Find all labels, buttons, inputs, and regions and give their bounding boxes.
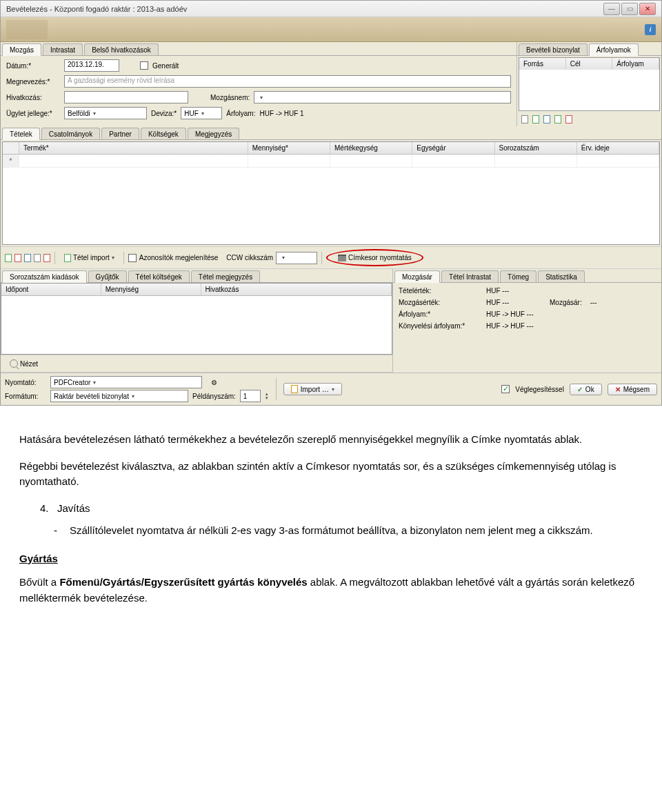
import-button[interactable]: Import … ▾	[283, 383, 342, 395]
spinner-icon[interactable]: ▲▼	[265, 392, 269, 400]
generalt-label: Generált	[152, 62, 179, 70]
page-icon[interactable]	[521, 115, 528, 123]
tab-tetel-intrastat[interactable]: Tétel Intrastat	[441, 270, 499, 282]
col-egysegar[interactable]: Egységár	[412, 142, 494, 154]
col-arfolyam: Árfolyam	[612, 58, 659, 70]
konyvelesi-label: Könyvelési árfolyam:*	[399, 322, 478, 330]
sorozatszam-grid: Időpont Mennyiség Hivatkozás	[1, 283, 392, 355]
doc-heading-gyartas: Gyártás	[19, 551, 643, 567]
page-add-icon[interactable]	[532, 115, 539, 123]
col-ervideje[interactable]: Érv. ideje	[577, 142, 659, 154]
cimkesor-nyomtatas-button[interactable]: Címkesor nyomtatás	[333, 252, 417, 264]
nezet-toolbar: Nézet	[1, 355, 392, 373]
mozgasnem-select[interactable]: ▾	[254, 91, 511, 103]
ccw-cikkszam-select[interactable]: ▾	[276, 252, 317, 264]
megnevezes-label: Megnevezés:*	[6, 78, 60, 86]
grid-new-row[interactable]: *	[3, 155, 659, 168]
mozgasertek-value: HUF ---	[486, 299, 541, 306]
tab-beveteli-bizonylat[interactable]: Bevételi bizonylat	[519, 43, 588, 55]
page-delete-icon[interactable]	[565, 115, 572, 123]
tab-mozgasar[interactable]: Mozgásár	[394, 270, 440, 283]
deviza-select[interactable]: HUF▾	[181, 107, 222, 119]
ccw-cikkszam-label: CCW cikkszám	[226, 254, 273, 261]
col-mennyiseg2[interactable]: Mennyiség	[101, 284, 201, 295]
tab-arfolyamok[interactable]: Árfolyamok	[589, 43, 639, 56]
mozgasertek-label: Mozgásérték:	[399, 299, 478, 306]
datum-input[interactable]: 2013.12.19.	[64, 59, 119, 72]
page-refresh-icon[interactable]	[543, 115, 550, 123]
tab-partner[interactable]: Partner	[101, 128, 139, 139]
import-icon	[64, 254, 71, 262]
doc-bullet-item: - Szállítólevelet nyomtatva ár nélküli 2…	[54, 523, 643, 539]
exrate-toolbar	[517, 112, 661, 126]
tab-tetel-koltsegek[interactable]: Tétel költségek	[128, 270, 190, 282]
document-body: Hatására bevételezésen látható termékekh…	[0, 419, 662, 644]
col-forras: Forrás	[519, 58, 566, 70]
peldanyszam-input[interactable]: 1	[240, 390, 261, 402]
edit-icon[interactable]	[14, 254, 21, 262]
col-mertekegys[interactable]: Mértékegység	[330, 142, 412, 154]
mozgasar-label: Mozgásár:	[550, 299, 582, 306]
add-icon[interactable]	[5, 254, 12, 262]
doc-paragraph-2: Régebbi bevételezést kiválasztva, az abl…	[19, 459, 643, 490]
hivatkozas-input[interactable]	[64, 91, 188, 103]
doc-numbered-item: 4. Javítás	[40, 501, 643, 517]
bottom-left-tabs: Sorozatszám kiadások Gyűjtők Tétel költs…	[1, 269, 392, 283]
ugylet-select[interactable]: Belföldi▾	[64, 107, 147, 119]
tab-tetelek[interactable]: Tételek	[2, 128, 40, 140]
tab-koltsegek[interactable]: Költségek	[141, 128, 186, 139]
top-tabs-left: Mozgás Intrastat Belső hivatkozások	[1, 42, 516, 56]
megnevezes-input[interactable]: A gazdasági esemény rövid leírása	[64, 75, 511, 88]
tetelek-grid: Termék* Mennyiség* Mértékegység Egységár…	[2, 141, 660, 245]
close-button[interactable]: ✕	[639, 3, 656, 15]
ok-button[interactable]: ✓Ok	[570, 384, 602, 395]
ugylet-label: Ügylet jellege:*	[6, 110, 60, 117]
app-window: Bevételezés - Központi fogadó raktár : 2…	[0, 0, 662, 406]
tab-sorozatszam-kiadasok[interactable]: Sorozatszám kiadások	[2, 270, 87, 283]
tab-statisztika[interactable]: Statisztika	[538, 270, 585, 282]
tab-megjegyzes[interactable]: Megjegyzés	[188, 128, 239, 139]
print-icon	[338, 255, 346, 261]
nyomtato-label: Nyomtató:	[5, 379, 46, 386]
azonositok-checkbox[interactable]	[128, 254, 137, 262]
veglegesites-checkbox[interactable]: ✓	[501, 385, 510, 393]
peldanyszam-label: Példányszám:	[192, 393, 236, 400]
arfolyam-text: HUF -> HUF 1	[259, 110, 303, 117]
check-icon: ✓	[577, 386, 583, 393]
tab-csatolmanyok[interactable]: Csatolmányok	[41, 128, 100, 139]
maximize-button[interactable]: ▭	[621, 3, 638, 15]
tab-belso-hivatkozasok[interactable]: Belső hivatkozások	[84, 43, 159, 55]
grid-corner	[3, 142, 19, 154]
col-sorozatszam[interactable]: Sorozatszám	[495, 142, 577, 154]
arfolyam-label: Árfolyam:	[226, 110, 255, 117]
delete-icon[interactable]	[43, 254, 50, 262]
tetel-import-button[interactable]: Tétel import ▾	[59, 252, 119, 264]
nyomtato-select[interactable]: PDFCreator▾	[50, 376, 202, 388]
copy-icon[interactable]	[34, 254, 41, 262]
tab-intrastat[interactable]: Intrastat	[43, 43, 83, 55]
cross-icon: ✕	[615, 386, 621, 393]
tab-tetel-megjegyzes[interactable]: Tétel megjegyzés	[191, 270, 260, 282]
printer-settings-button[interactable]: ⚙	[206, 377, 222, 388]
refresh-icon[interactable]	[24, 254, 31, 262]
minimize-button[interactable]: —	[603, 3, 620, 15]
tab-tomeg[interactable]: Tömeg	[500, 270, 536, 282]
info-icon[interactable]: i	[645, 24, 656, 35]
tab-mozgas[interactable]: Mozgás	[2, 43, 41, 56]
col-mennyiseg[interactable]: Mennyiség*	[248, 142, 330, 154]
page-new-icon[interactable]	[554, 115, 561, 123]
highlighted-cimkesor-button: Címkesor nyomtatás	[326, 249, 423, 266]
col-termek[interactable]: Termék*	[19, 142, 248, 154]
top-tabs-right: Bevételi bizonylat Árfolyamok	[517, 42, 661, 56]
ribbon-bar: i	[1, 17, 661, 42]
formatum-select[interactable]: Raktár bevételi bizonylat▾	[50, 390, 188, 402]
veglegesites-label: Véglegesítéssel	[515, 386, 564, 393]
gear-icon: ⚙	[211, 379, 217, 386]
col-idopont[interactable]: Időpont	[1, 284, 101, 295]
col-hivatkozas2[interactable]: Hivatkozás	[201, 284, 392, 295]
tab-gyujtok[interactable]: Gyűjtők	[88, 270, 127, 282]
detail-tabs: Tételek Csatolmányok Partner Költségek M…	[1, 126, 661, 140]
nezet-button[interactable]: Nézet	[5, 357, 43, 370]
cancel-button[interactable]: ✕Mégsem	[608, 384, 657, 395]
generalt-checkbox[interactable]	[140, 61, 148, 70]
